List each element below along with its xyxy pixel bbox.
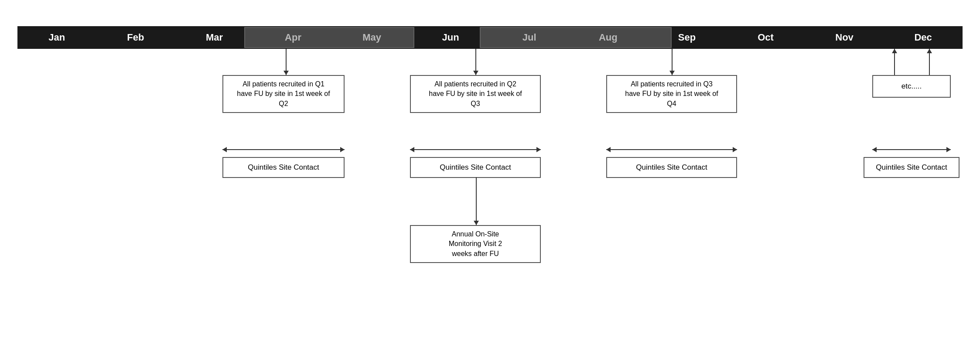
arrow-timeline-to-q1 xyxy=(286,49,287,75)
month-oct: Oct xyxy=(726,32,805,43)
q1-highlight xyxy=(244,27,414,48)
q2-info-box: All patients recruited in Q2have FU by s… xyxy=(410,75,541,113)
month-jan: Jan xyxy=(17,32,96,43)
arrow-q2-to-annual xyxy=(476,177,477,225)
q3-info-text: All patients recruited in Q3have FU by s… xyxy=(625,80,718,107)
q3-info-box: All patients recruited in Q3have FU by s… xyxy=(606,75,737,113)
arrow-timeline-to-q3 xyxy=(672,49,673,75)
etc-h-arrow xyxy=(872,149,951,150)
arrow-timeline-to-q2 xyxy=(475,49,476,75)
annual-monitoring-box: Annual On-SiteMonitoring Visit 2weeks af… xyxy=(410,225,541,263)
month-nov: Nov xyxy=(805,32,884,43)
q3-site-contact-box: Quintiles Site Contact xyxy=(606,157,737,178)
arrow-timeline-to-etc-right xyxy=(929,49,930,75)
q2-site-contact-label: Quintiles Site Contact xyxy=(440,163,511,171)
q1-site-contact-label: Quintiles Site Contact xyxy=(248,163,319,171)
etc-box: etc..... xyxy=(872,75,951,98)
etc-text: etc..... xyxy=(901,82,922,90)
q2-h-arrow xyxy=(410,149,541,150)
month-feb: Feb xyxy=(96,32,175,43)
diagram-container: Jan Feb Mar Apr May Jun Jul Aug Sep Oct … xyxy=(0,0,980,345)
q3-h-arrow xyxy=(606,149,737,150)
q3-site-contact-label: Quintiles Site Contact xyxy=(636,163,707,171)
month-dec: Dec xyxy=(884,32,963,43)
q1-site-contact-box: Quintiles Site Contact xyxy=(222,157,345,178)
q2-info-text: All patients recruited in Q2have FU by s… xyxy=(429,80,522,107)
annual-monitoring-text: Annual On-SiteMonitoring Visit 2weeks af… xyxy=(449,230,502,257)
etc-site-contact-box: Quintiles Site Contact xyxy=(864,157,960,178)
month-jun: Jun xyxy=(411,32,490,43)
etc-site-contact-label: Quintiles Site Contact xyxy=(876,163,947,171)
q1-info-box: All patients recruited in Q1have FU by s… xyxy=(222,75,345,113)
q2-highlight xyxy=(480,27,672,48)
arrow-timeline-to-etc-left xyxy=(894,49,895,75)
q1-info-text: All patients recruited in Q1have FU by s… xyxy=(237,80,330,107)
q1-h-arrow xyxy=(222,149,345,150)
month-mar: Mar xyxy=(175,32,254,43)
q2-site-contact-box: Quintiles Site Contact xyxy=(410,157,541,178)
